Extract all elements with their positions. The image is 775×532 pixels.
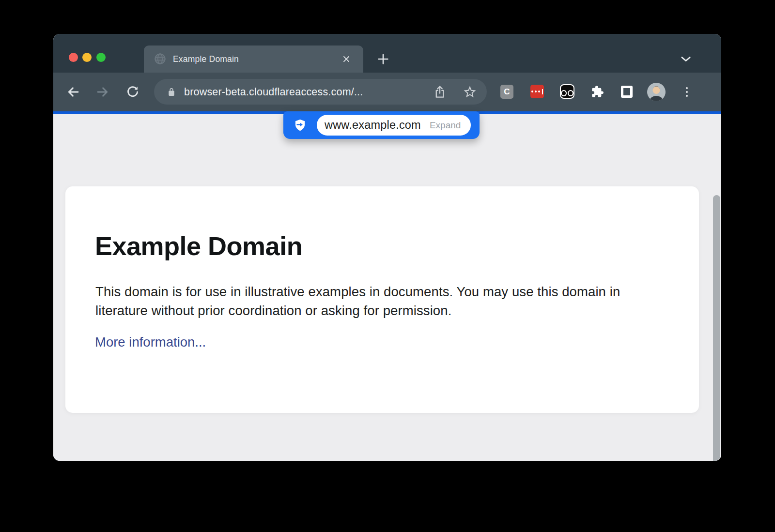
window-minimize-button[interactable] bbox=[82, 53, 92, 62]
navigation-toolbar: browser-beta.cloudflareaccess.com/... C bbox=[53, 73, 721, 111]
shield-arrow-icon bbox=[294, 119, 307, 132]
isolation-banner: www.example.com Expand bbox=[283, 111, 480, 139]
new-tab-plus-icon[interactable] bbox=[376, 52, 390, 66]
browser-window: Example Domain bbox=[53, 34, 721, 461]
desktop-background: Example Domain bbox=[0, 0, 775, 532]
extension-goggles-button[interactable] bbox=[560, 84, 574, 99]
bookmark-star-icon[interactable] bbox=[463, 85, 477, 99]
three-dot-menu-icon[interactable] bbox=[683, 85, 691, 99]
isolated-hostname: www.example.com bbox=[325, 119, 421, 132]
vertical-scrollbar[interactable] bbox=[713, 195, 720, 461]
page-viewport: Example Domain This domain is for use in… bbox=[53, 114, 721, 461]
tab-close-icon[interactable] bbox=[341, 54, 352, 64]
globe-icon bbox=[154, 52, 167, 65]
extension-red-dots-button[interactable] bbox=[530, 85, 544, 98]
red-dots-icon bbox=[531, 91, 534, 93]
reload-icon[interactable] bbox=[125, 85, 140, 99]
back-arrow-icon[interactable] bbox=[66, 85, 80, 99]
window-close-button[interactable] bbox=[69, 53, 78, 62]
puzzle-extensions-icon[interactable] bbox=[591, 85, 604, 98]
share-icon[interactable] bbox=[433, 85, 447, 99]
content-card: Example Domain This domain is for use in… bbox=[65, 186, 699, 413]
lock-icon[interactable] bbox=[167, 87, 176, 97]
page-title: Example Domain bbox=[95, 231, 670, 261]
expand-button[interactable]: Expand bbox=[430, 120, 461, 131]
url-text: browser-beta.cloudflareaccess.com/... bbox=[184, 79, 363, 105]
tab-title: Example Domain bbox=[173, 46, 239, 73]
forward-arrow-icon[interactable] bbox=[95, 85, 110, 99]
page-paragraph: This domain is for use in illustrative e… bbox=[95, 282, 657, 320]
tab-example-domain[interactable]: Example Domain bbox=[144, 46, 363, 73]
profile-avatar[interactable] bbox=[647, 83, 666, 101]
isolated-site-pill[interactable]: www.example.com Expand bbox=[317, 115, 471, 136]
goggles-icon bbox=[561, 90, 567, 96]
titlebar: Example Domain bbox=[53, 34, 721, 73]
more-information-link[interactable]: More information... bbox=[95, 334, 206, 350]
url-bar[interactable]: browser-beta.cloudflareaccess.com/... bbox=[154, 79, 487, 105]
window-zoom-button[interactable] bbox=[96, 53, 106, 62]
tab-search-chevron-icon[interactable] bbox=[679, 53, 693, 65]
extension-c-button[interactable]: C bbox=[500, 85, 513, 99]
side-panel-icon[interactable] bbox=[621, 86, 633, 98]
